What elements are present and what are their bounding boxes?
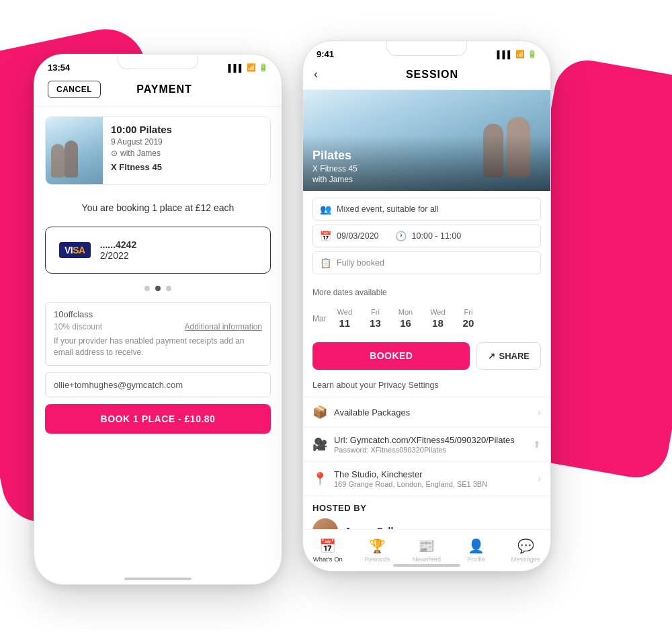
chevron-icon-location: › (538, 473, 541, 484)
battery-icon-r: 🔋 (528, 50, 537, 58)
info-rows: 👥 Mixed event, suitable for all 📅 09/03/… (303, 191, 550, 285)
book-button[interactable]: BOOK 1 PLACE - £10.80 (45, 404, 271, 434)
url-password: Password: XFitness090320Pilates (334, 446, 526, 454)
info-date: 09/03/2020 (337, 231, 379, 241)
dot-1 (144, 286, 150, 291)
card-section[interactable]: VISA ......4242 2/2022 (45, 227, 271, 274)
whats-on-icon: 📅 (319, 538, 336, 554)
date-item-4[interactable]: Wed 18 (423, 304, 452, 333)
back-button[interactable]: ‹ (314, 67, 318, 81)
info-row-2: 📅 09/03/2020 🕐 10:00 - 11:00 (312, 225, 541, 247)
video-icon: 🎥 (312, 437, 327, 452)
list-item-packages[interactable]: 📦 Available Packages › (303, 397, 550, 427)
wifi-icon-r: 📶 (515, 50, 525, 58)
session-hero-image: Pilates X Fitness 45 with James (303, 90, 550, 191)
action-buttons: BOOKED ↗ SHARE (303, 340, 550, 378)
hero-subtitle1: X Fitness 45 (312, 164, 541, 173)
group-icon: 👥 (320, 204, 331, 214)
info-time: 10:00 - 11:00 (412, 231, 462, 241)
list-item-location[interactable]: 📍 The Studio, Kinchester 169 Grange Road… (303, 461, 550, 496)
hero-subtitle2: with James (312, 175, 541, 184)
nav-whats-on[interactable]: 📅 What's On (303, 538, 353, 563)
messages-label: Messages (511, 555, 540, 563)
phones-container: 13:54 ▌▌▌ 📶 🔋 CANCEL PAYMENT 10:00 Pilat… (34, 40, 638, 605)
session-info: 10:00 Pilates 9 August 2019 ⊙ with James… (103, 117, 270, 184)
rewards-icon: 🏆 (369, 538, 386, 554)
session-title: SESSION (325, 69, 540, 81)
nav-messages[interactable]: 💬 Messages (501, 538, 550, 563)
promo-discount: 10% discount (54, 322, 102, 331)
email-field[interactable]: ollie+tomhughes@gymcatch.com (45, 372, 271, 397)
url-title: Url: Gymcatch.com/XFitness45/090320/Pila… (334, 435, 526, 445)
date-item-2[interactable]: Fri 13 (363, 304, 388, 333)
visa-logo: VISA (59, 242, 91, 258)
location-icon: 📍 (312, 471, 327, 486)
nav-newsfeed[interactable]: 📰 Newsfeed (402, 538, 452, 563)
phone-notch-left (118, 54, 198, 69)
more-dates-label: More dates available (303, 285, 550, 300)
trainer-icon: ⊙ (111, 149, 118, 158)
booked-button[interactable]: BOOKED (312, 342, 470, 370)
profile-label: Profile (467, 555, 485, 563)
session-header: ‹ SESSION (303, 63, 550, 90)
signal-icon: ▌▌▌ (228, 64, 244, 72)
payment-title: PAYMENT (136, 83, 192, 95)
nav-rewards[interactable]: 🏆 Rewards (353, 538, 403, 563)
date-item-1[interactable]: Wed 11 (331, 304, 359, 333)
packages-icon: 📦 (312, 405, 327, 420)
card-dots-indicator (34, 279, 282, 298)
battery-icon: 🔋 (259, 63, 268, 72)
additional-info-link[interactable]: Additional information (185, 322, 262, 331)
list-item-url[interactable]: 🎥 Url: Gymcatch.com/XFitness45/090320/Pi… (303, 427, 550, 461)
session-image (46, 117, 103, 184)
dates-row: Mar Wed 11 Fri 13 Mon 16 Wed 18 Fri 20 (303, 300, 550, 340)
hosted-by-label: HOSTED BY (312, 503, 541, 513)
hero-title: Pilates (312, 149, 541, 163)
share-button[interactable]: ↗ SHARE (476, 342, 541, 370)
location-address: 169 Grange Road, London, England, SE1 3B… (334, 480, 531, 488)
date-item-5[interactable]: Fri 20 (456, 304, 481, 333)
dot-3 (166, 286, 171, 291)
cancel-button[interactable]: CANCEL (48, 81, 101, 98)
share-icon: ↗ (488, 351, 495, 361)
promo-discount-row: 10% discount Additional information (54, 322, 262, 331)
session-card-left: 10:00 Pilates 9 August 2019 ⊙ with James… (45, 116, 271, 185)
date-item-3[interactable]: Mon 16 (392, 304, 419, 333)
session-date: 9 August 2019 (111, 137, 262, 147)
status-time-right: 9:41 (317, 49, 334, 59)
phone-right: 9:41 ▌▌▌ 📶 🔋 ‹ SESSION Pilates X Fitness… (302, 40, 551, 571)
profile-icon: 👤 (468, 538, 485, 554)
messages-icon: 💬 (517, 538, 534, 554)
newsfeed-icon: 📰 (418, 538, 435, 554)
info-text-1: Mixed event, suitable for all (337, 204, 438, 214)
signal-icon-r: ▌▌▌ (497, 50, 513, 58)
month-label: Mar (312, 314, 327, 323)
whats-on-label: What's On (313, 555, 343, 563)
packages-title: Available Packages (334, 407, 531, 418)
newsfeed-label: Newsfeed (413, 555, 441, 563)
status-icons-right: ▌▌▌ 📶 🔋 (497, 50, 537, 58)
session-trainer: ⊙ with James (111, 149, 262, 158)
status-icons-left: ▌▌▌ 📶 🔋 (228, 63, 268, 72)
dot-2 (155, 286, 161, 291)
rewards-label: Rewards (365, 555, 390, 563)
promo-code: 10offclass (54, 309, 262, 319)
session-name: 10:00 Pilates (111, 124, 262, 135)
clock-icon: 🕐 (395, 231, 407, 241)
info-booked: Fully booked (337, 258, 384, 268)
home-indicator-right (393, 564, 460, 567)
info-row-1: 👥 Mixed event, suitable for all (312, 198, 541, 221)
nav-profile[interactable]: 👤 Profile (452, 538, 501, 563)
booking-text: You are booking 1 place at £12 each (34, 194, 282, 221)
copy-icon: ⬆ (533, 439, 541, 450)
clipboard-icon: 📋 (320, 258, 331, 268)
phone-left: 13:54 ▌▌▌ 📶 🔋 CANCEL PAYMENT 10:00 Pilat… (34, 54, 282, 585)
wifi-icon: 📶 (247, 63, 256, 72)
phone-notch-right (386, 41, 467, 56)
calendar-icon: 📅 (320, 231, 331, 241)
info-row-3: 📋 Fully booked (312, 251, 541, 274)
promo-section: 10offclass 10% discount Additional infor… (45, 302, 271, 366)
status-time-left: 13:54 (48, 63, 70, 73)
card-details: ......4242 2/2022 (100, 239, 136, 261)
privacy-text: Learn about your Privacy Settings (303, 378, 550, 397)
